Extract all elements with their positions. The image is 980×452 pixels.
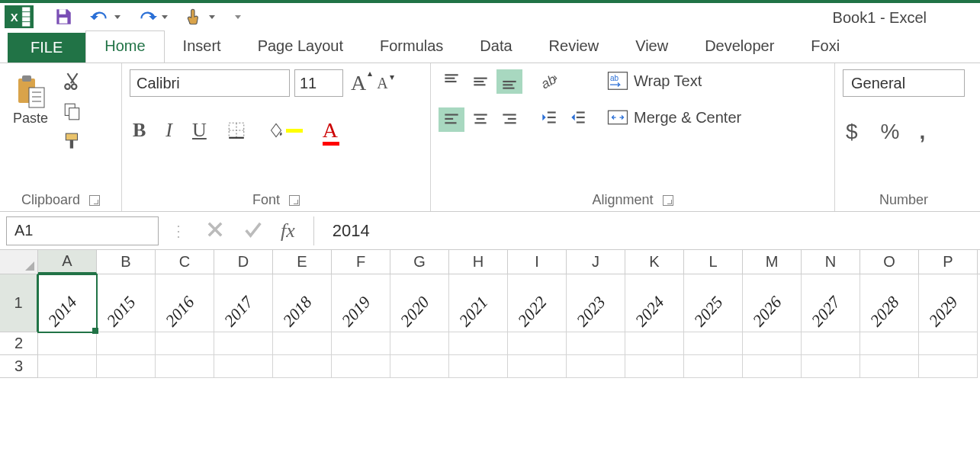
italic-button[interactable]: I bbox=[162, 117, 175, 143]
redo-button[interactable] bbox=[134, 5, 171, 28]
column-header-H[interactable]: H bbox=[449, 250, 508, 274]
cell-H2[interactable] bbox=[449, 332, 508, 355]
font-color-button[interactable]: A bbox=[320, 117, 341, 144]
cell-M3[interactable] bbox=[743, 355, 802, 378]
comma-format-button[interactable]: , bbox=[916, 118, 928, 146]
cell-L1[interactable]: 2025 bbox=[684, 274, 743, 332]
cell-D3[interactable] bbox=[214, 355, 273, 378]
column-header-C[interactable]: C bbox=[156, 250, 214, 274]
clipboard-dialog-launcher[interactable] bbox=[89, 195, 100, 206]
increase-indent-button[interactable] bbox=[565, 106, 591, 129]
percent-format-button[interactable]: % bbox=[878, 118, 903, 146]
tab-file[interactable]: FILE bbox=[8, 33, 85, 63]
tab-page-layout[interactable]: Page Layout bbox=[239, 31, 361, 63]
cell-K3[interactable] bbox=[625, 355, 684, 378]
tab-formulas[interactable]: Formulas bbox=[361, 31, 461, 63]
column-header-B[interactable]: B bbox=[97, 250, 156, 274]
cell-B3[interactable] bbox=[97, 355, 156, 378]
cell-G3[interactable] bbox=[390, 355, 449, 378]
column-header-L[interactable]: L bbox=[684, 250, 743, 274]
align-center-button[interactable] bbox=[468, 107, 493, 132]
customize-qat-button[interactable] bbox=[229, 14, 244, 21]
bold-button[interactable]: B bbox=[130, 117, 149, 143]
number-format-combo[interactable]: General bbox=[843, 69, 965, 97]
align-top-button[interactable] bbox=[439, 69, 464, 94]
copy-button[interactable] bbox=[59, 100, 85, 123]
tab-insert[interactable]: Insert bbox=[165, 31, 239, 63]
cell-L2[interactable] bbox=[684, 332, 743, 355]
cell-H1[interactable]: 2021 bbox=[449, 274, 508, 332]
increase-font-button[interactable]: A▴ bbox=[348, 69, 369, 97]
tab-data[interactable]: Data bbox=[461, 31, 530, 63]
alignment-dialog-launcher[interactable] bbox=[663, 195, 673, 206]
save-button[interactable] bbox=[50, 5, 76, 28]
orientation-button[interactable]: ab bbox=[536, 69, 562, 92]
align-left-button[interactable] bbox=[439, 107, 464, 132]
cell-B1[interactable]: 2015 bbox=[97, 274, 156, 332]
cell-F2[interactable] bbox=[332, 332, 390, 355]
enter-formula-button[interactable] bbox=[243, 219, 264, 242]
insert-function-button[interactable]: fx bbox=[281, 220, 295, 242]
column-header-G[interactable]: G bbox=[390, 250, 449, 274]
cell-N3[interactable] bbox=[802, 355, 860, 378]
cell-P2[interactable] bbox=[919, 332, 978, 355]
cell-B2[interactable] bbox=[97, 332, 156, 355]
cell-N1[interactable]: 2027 bbox=[802, 274, 860, 332]
cell-E3[interactable] bbox=[273, 355, 332, 378]
wrap-text-button[interactable]: ab Wrap Text bbox=[606, 69, 746, 92]
cell-N2[interactable] bbox=[802, 332, 860, 355]
select-all-corner[interactable] bbox=[0, 250, 38, 274]
cell-A3[interactable] bbox=[38, 355, 97, 378]
cell-D1[interactable]: 2017 bbox=[214, 274, 273, 332]
format-painter-button[interactable] bbox=[59, 130, 85, 153]
underline-button[interactable]: U bbox=[189, 117, 210, 143]
cut-button[interactable] bbox=[59, 69, 85, 92]
cell-P3[interactable] bbox=[919, 355, 978, 378]
fill-color-button[interactable] bbox=[263, 119, 306, 142]
font-name-combo[interactable]: Calibri bbox=[130, 69, 290, 97]
cell-J2[interactable] bbox=[567, 332, 625, 355]
cell-I1[interactable]: 2022 bbox=[508, 274, 567, 332]
align-bottom-button[interactable] bbox=[496, 69, 522, 94]
accounting-format-button[interactable]: $ bbox=[843, 118, 864, 146]
tab-foxit[interactable]: Foxi bbox=[792, 31, 858, 63]
column-header-P[interactable]: P bbox=[919, 250, 978, 274]
column-header-I[interactable]: I bbox=[508, 250, 567, 274]
cell-I2[interactable] bbox=[508, 332, 567, 355]
cell-K2[interactable] bbox=[625, 332, 684, 355]
tab-developer[interactable]: Developer bbox=[686, 31, 792, 63]
column-header-M[interactable]: M bbox=[743, 250, 802, 274]
cell-F3[interactable] bbox=[332, 355, 390, 378]
cell-E1[interactable]: 2018 bbox=[273, 274, 332, 332]
cell-A1[interactable]: 2014 bbox=[38, 274, 97, 332]
merge-center-button[interactable]: Merge & Center bbox=[606, 106, 746, 129]
cell-J3[interactable] bbox=[567, 355, 625, 378]
column-header-F[interactable]: F bbox=[332, 250, 390, 274]
formula-input[interactable]: 2014 bbox=[313, 216, 974, 245]
name-box[interactable]: A1 bbox=[6, 216, 159, 245]
undo-button[interactable] bbox=[87, 5, 124, 28]
font-dialog-launcher[interactable] bbox=[289, 195, 300, 206]
cell-M2[interactable] bbox=[743, 332, 802, 355]
cancel-formula-button[interactable] bbox=[204, 219, 226, 242]
tab-home[interactable]: Home bbox=[85, 30, 164, 63]
cell-P1[interactable]: 2029 bbox=[919, 274, 978, 332]
borders-button[interactable] bbox=[223, 119, 249, 142]
cell-K1[interactable]: 2024 bbox=[625, 274, 684, 332]
cell-O1[interactable]: 2028 bbox=[860, 274, 919, 332]
cell-C1[interactable]: 2016 bbox=[156, 274, 214, 332]
cell-J1[interactable]: 2023 bbox=[567, 274, 625, 332]
column-header-K[interactable]: K bbox=[625, 250, 684, 274]
font-size-combo[interactable]: 11 bbox=[294, 69, 343, 97]
cell-E2[interactable] bbox=[273, 332, 332, 355]
cell-F1[interactable]: 2019 bbox=[332, 274, 390, 332]
tab-review[interactable]: Review bbox=[531, 31, 618, 63]
column-header-E[interactable]: E bbox=[273, 250, 332, 274]
row-header-2[interactable]: 2 bbox=[0, 332, 38, 355]
row-header-3[interactable]: 3 bbox=[0, 355, 38, 378]
column-header-O[interactable]: O bbox=[860, 250, 919, 274]
align-right-button[interactable] bbox=[496, 107, 522, 132]
cell-I3[interactable] bbox=[508, 355, 567, 378]
cell-C3[interactable] bbox=[156, 355, 214, 378]
cell-G2[interactable] bbox=[390, 332, 449, 355]
